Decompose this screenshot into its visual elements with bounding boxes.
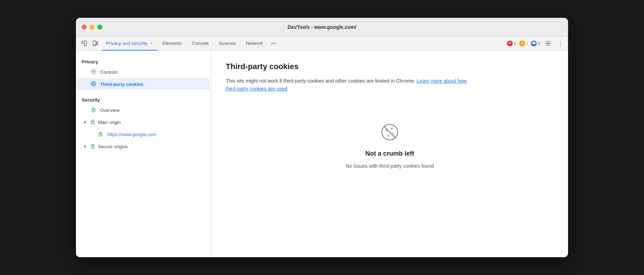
svg-point-9 <box>91 82 96 86</box>
warning-icon: ⚠ <box>519 41 525 46</box>
svg-point-24 <box>391 128 393 130</box>
minimize-button[interactable] <box>90 25 94 30</box>
svg-point-12 <box>94 84 94 85</box>
arrow-icon-secure-origins: ▼ <box>83 145 87 149</box>
svg-point-25 <box>392 133 394 135</box>
cookie-icon <box>90 81 97 88</box>
description: This site might not work if third-party … <box>226 77 475 93</box>
tab-network[interactable]: Network <box>241 36 267 51</box>
main-origin-label: Main origin <box>98 120 121 125</box>
secure-origins-label: Secure origins <box>98 144 128 149</box>
tab-sources[interactable]: Sources <box>215 36 240 51</box>
tab-network-label: Network <box>246 41 263 46</box>
warning-badge[interactable]: ⚠ 1 <box>519 41 528 46</box>
toolbar-right: ✕ 1 ⚠ 1 💬 2 ⋮ <box>507 38 565 48</box>
arrow-icon-main-origin: ▼ <box>83 120 87 124</box>
info-badge[interactable]: 💬 2 <box>531 41 540 46</box>
svg-rect-17 <box>92 123 93 124</box>
sidebar-item-google-link[interactable]: https://www.google.com <box>77 129 210 140</box>
svg-rect-4 <box>93 41 96 45</box>
content-area: Privacy Controls <box>76 51 568 257</box>
tab-elements[interactable]: Elements <box>158 36 186 51</box>
tab-privacy-security[interactable]: Privacy and security × <box>102 36 157 51</box>
tab-sources-label: Sources <box>219 41 236 46</box>
window-title: DevTools - www.google.com/ <box>288 24 357 30</box>
svg-point-26 <box>387 135 389 137</box>
svg-rect-0 <box>81 41 83 42</box>
lock-icon-google <box>97 131 104 138</box>
devtools-window: DevTools - www.google.com/ <box>76 18 568 257</box>
overview-label: Overview <box>100 108 119 113</box>
svg-point-10 <box>92 83 93 84</box>
cursor-tool-icon[interactable] <box>79 38 89 48</box>
error-icon: ✕ <box>507 41 513 46</box>
svg-point-8 <box>93 71 94 72</box>
svg-point-23 <box>386 129 388 131</box>
privacy-section-label: Privacy <box>76 56 211 66</box>
svg-rect-1 <box>81 42 83 43</box>
svg-rect-6 <box>96 42 98 45</box>
tab-elements-label: Elements <box>163 41 182 46</box>
sidebar-item-controls[interactable]: Controls <box>77 66 210 78</box>
svg-rect-19 <box>100 135 101 136</box>
no-cookie-icon <box>379 121 400 144</box>
devtools-panel: Privacy and security × Elements Console … <box>76 36 568 257</box>
empty-state-subtitle: No issues with third-party cookies found <box>346 163 434 169</box>
page-title: Third-party cookies <box>226 62 554 71</box>
description-text: This site might not work if third-party … <box>226 78 416 84</box>
sidebar-item-third-party-cookies[interactable]: Third-party cookies <box>77 78 210 90</box>
tab-console[interactable]: Console <box>188 36 213 51</box>
maximize-button[interactable] <box>97 25 102 30</box>
main-panel: Third-party cookies This site might not … <box>211 51 568 257</box>
sidebar-item-secure-origins[interactable]: ▼ Secure origins <box>77 141 210 152</box>
more-options-icon[interactable]: ⋮ <box>556 40 565 47</box>
tab-console-label: Console <box>192 41 209 46</box>
svg-rect-15 <box>93 110 94 111</box>
close-button[interactable] <box>82 25 87 30</box>
error-count: 1 <box>514 41 516 46</box>
controls-icon <box>90 69 97 76</box>
empty-state-title: Not a crumb left <box>365 150 414 157</box>
traffic-lights <box>82 25 102 30</box>
svg-point-7 <box>547 42 549 44</box>
toolbar: Privacy and security × Elements Console … <box>76 36 568 51</box>
tab-privacy-security-label: Privacy and security <box>106 41 147 46</box>
lock-icon-main-origin <box>90 119 96 126</box>
svg-point-11 <box>94 82 94 83</box>
svg-rect-21 <box>92 147 93 148</box>
sidebar-item-main-origin[interactable]: ▼ Main origin <box>77 116 210 128</box>
title-bar: DevTools - www.google.com/ <box>76 18 568 36</box>
warning-count: 1 <box>526 41 528 46</box>
device-toolbar-icon[interactable] <box>90 38 100 48</box>
settings-icon[interactable] <box>543 38 553 48</box>
controls-label: Controls <box>100 69 117 75</box>
svg-point-13 <box>93 84 93 85</box>
security-section-label: Security <box>76 94 211 104</box>
info-icon: 💬 <box>531 41 537 46</box>
more-tabs-icon[interactable]: >> <box>269 38 278 48</box>
lock-icon-secure-origins <box>90 143 96 150</box>
empty-state: Not a crumb left No issues with third-pa… <box>226 121 554 169</box>
sidebar: Privacy Controls <box>76 51 211 257</box>
svg-rect-3 <box>84 41 86 46</box>
tab-close-icon[interactable]: × <box>150 41 152 45</box>
svg-rect-2 <box>81 43 83 44</box>
info-count: 2 <box>538 41 540 46</box>
sidebar-item-overview[interactable]: Overview <box>77 104 210 116</box>
error-badge[interactable]: ✕ 1 <box>507 41 516 46</box>
third-party-cookies-label: Third-party cookies <box>100 82 143 87</box>
lock-icon-overview <box>90 107 97 114</box>
svg-rect-5 <box>94 45 95 46</box>
google-link-label[interactable]: https://www.google.com <box>107 132 156 137</box>
